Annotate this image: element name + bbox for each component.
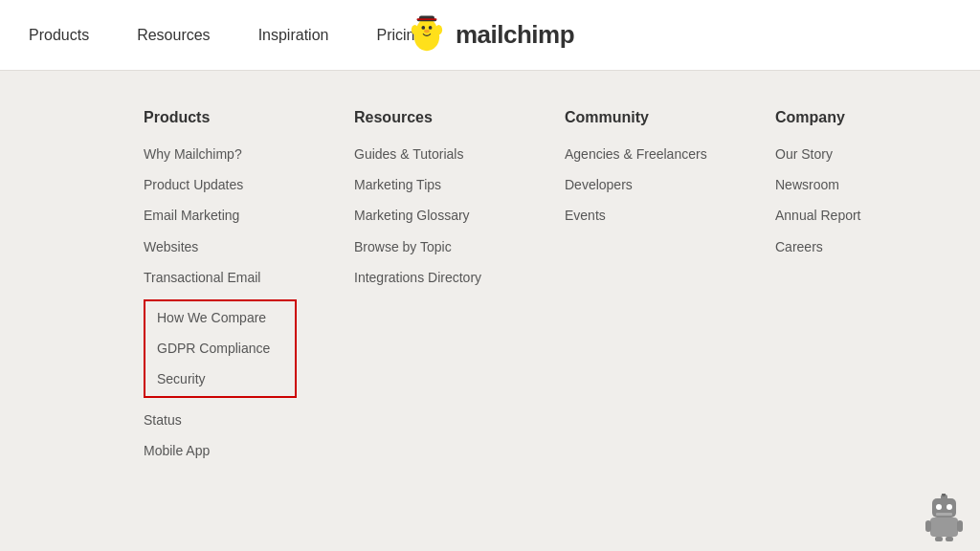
svg-rect-9 xyxy=(417,18,437,19)
menu-status[interactable]: Status xyxy=(144,411,297,429)
column-products: Products Why Mailchimp? Product Updates … xyxy=(144,109,297,459)
svg-point-4 xyxy=(424,29,430,33)
svg-rect-15 xyxy=(925,520,931,532)
menu-security[interactable]: Security xyxy=(157,370,283,387)
svg-point-11 xyxy=(936,504,942,510)
company-items: Our Story Newsroom Annual Report Careers xyxy=(775,145,928,255)
menu-integrations-directory[interactable]: Integrations Directory xyxy=(354,269,507,286)
highlighted-box: How We Compare GDPR Compliance Security xyxy=(144,299,297,398)
logo-text: mailchimp xyxy=(456,20,574,50)
navbar: Products Resources Inspiration Pricing m… xyxy=(0,0,980,71)
logo[interactable]: mailchimp xyxy=(406,14,574,56)
menu-events[interactable]: Events xyxy=(565,207,718,224)
menu-agencies-freelancers[interactable]: Agencies & Freelancers xyxy=(565,145,718,163)
nav-products[interactable]: Products xyxy=(29,27,89,44)
menu-transactional-email[interactable]: Transactional Email xyxy=(144,269,297,286)
svg-rect-14 xyxy=(930,518,958,537)
nav-inspiration[interactable]: Inspiration xyxy=(258,27,329,44)
menu-our-story[interactable]: Our Story xyxy=(775,145,928,163)
column-community-title: Community xyxy=(565,109,718,126)
robot-icon xyxy=(923,494,966,541)
products-items: Why Mailchimp? Product Updates Email Mar… xyxy=(144,145,297,459)
menu-marketing-glossary[interactable]: Marketing Glossary xyxy=(354,207,507,224)
svg-point-6 xyxy=(435,25,442,34)
column-resources-title: Resources xyxy=(354,109,507,126)
svg-point-3 xyxy=(429,26,433,30)
menu-developers[interactable]: Developers xyxy=(565,176,718,193)
svg-rect-18 xyxy=(946,537,953,541)
svg-rect-17 xyxy=(935,537,943,541)
svg-point-5 xyxy=(412,25,418,34)
menu-product-updates[interactable]: Product Updates xyxy=(144,176,297,193)
resources-items: Guides & Tutorials Marketing Tips Market… xyxy=(354,145,507,286)
column-resources: Resources Guides & Tutorials Marketing T… xyxy=(354,109,507,459)
svg-point-12 xyxy=(947,504,952,510)
svg-rect-16 xyxy=(957,520,963,532)
svg-point-2 xyxy=(421,26,425,30)
menu-email-marketing[interactable]: Email Marketing xyxy=(144,207,297,224)
menu-careers[interactable]: Careers xyxy=(775,238,928,255)
menu-how-we-compare[interactable]: How We Compare xyxy=(157,309,283,326)
menu-guides-tutorials[interactable]: Guides & Tutorials xyxy=(354,145,507,163)
column-community: Community Agencies & Freelancers Develop… xyxy=(565,109,718,459)
column-company: Company Our Story Newsroom Annual Report… xyxy=(775,109,928,459)
menu-gdpr-compliance[interactable]: GDPR Compliance xyxy=(157,340,283,357)
mega-menu: Products Why Mailchimp? Product Updates … xyxy=(0,71,980,497)
menu-marketing-tips[interactable]: Marketing Tips xyxy=(354,176,507,193)
column-company-title: Company xyxy=(775,109,928,126)
menu-annual-report[interactable]: Annual Report xyxy=(775,207,928,224)
menu-newsroom[interactable]: Newsroom xyxy=(775,176,928,193)
menu-websites[interactable]: Websites xyxy=(144,238,297,255)
column-products-title: Products xyxy=(144,109,297,126)
svg-rect-13 xyxy=(936,513,952,516)
community-items: Agencies & Freelancers Developers Events xyxy=(565,145,718,225)
nav-links: Products Resources Inspiration Pricing xyxy=(29,27,423,44)
logo-icon xyxy=(406,14,448,56)
menu-why-mailchimp[interactable]: Why Mailchimp? xyxy=(144,145,297,163)
menu-browse-by-topic[interactable]: Browse by Topic xyxy=(354,238,507,255)
nav-resources[interactable]: Resources xyxy=(137,27,210,44)
menu-mobile-app[interactable]: Mobile App xyxy=(144,442,297,459)
